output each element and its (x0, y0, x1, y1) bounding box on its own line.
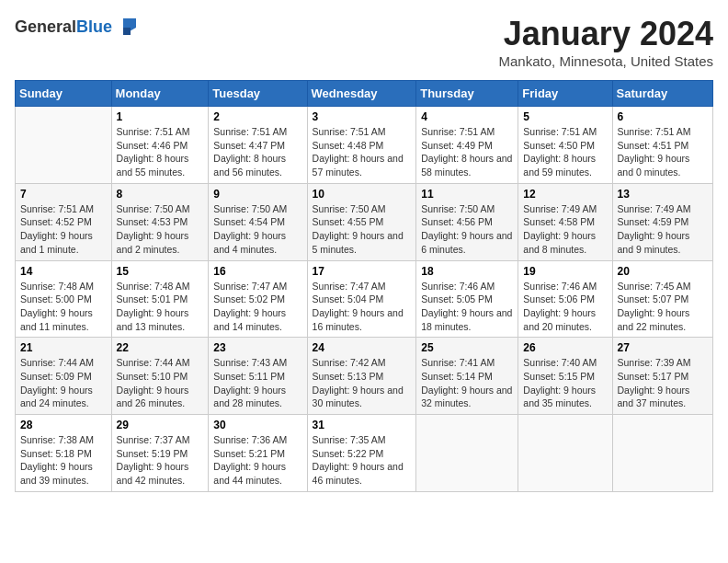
calendar-day-cell: 18Sunrise: 7:46 AMSunset: 5:05 PMDayligh… (416, 260, 518, 338)
calendar-day-cell: 5Sunrise: 7:51 AMSunset: 4:50 PMDaylight… (518, 107, 612, 184)
calendar-day-cell: 17Sunrise: 7:47 AMSunset: 5:04 PMDayligh… (307, 260, 416, 338)
day-info: Sunrise: 7:40 AMSunset: 5:15 PMDaylight:… (523, 356, 607, 410)
day-info: Sunrise: 7:48 AMSunset: 5:01 PMDaylight:… (117, 280, 204, 334)
calendar-header: SundayMondayTuesdayWednesdayThursdayFrid… (16, 81, 713, 107)
calendar-day-cell (518, 415, 612, 492)
calendar-day-cell: 21Sunrise: 7:44 AMSunset: 5:09 PMDayligh… (16, 338, 112, 415)
day-info: Sunrise: 7:46 AMSunset: 5:06 PMDaylight:… (523, 280, 607, 334)
day-number: 19 (523, 265, 607, 278)
day-info: Sunrise: 7:51 AMSunset: 4:47 PMDaylight:… (213, 125, 301, 179)
calendar-day-cell: 9Sunrise: 7:50 AMSunset: 4:54 PMDaylight… (209, 183, 307, 260)
day-info: Sunrise: 7:51 AMSunset: 4:46 PMDaylight:… (117, 125, 204, 179)
calendar-day-cell: 4Sunrise: 7:51 AMSunset: 4:49 PMDaylight… (416, 107, 518, 184)
calendar-day-cell: 11Sunrise: 7:50 AMSunset: 4:56 PMDayligh… (416, 183, 518, 260)
weekday-header: Wednesday (307, 81, 416, 107)
day-info: Sunrise: 7:42 AMSunset: 5:13 PMDaylight:… (313, 356, 412, 410)
calendar-day-cell: 15Sunrise: 7:48 AMSunset: 5:01 PMDayligh… (111, 260, 209, 338)
day-number: 21 (20, 341, 107, 354)
weekday-row: SundayMondayTuesdayWednesdayThursdayFrid… (16, 81, 713, 107)
weekday-header: Saturday (612, 81, 712, 107)
day-info: Sunrise: 7:50 AMSunset: 4:55 PMDaylight:… (313, 202, 412, 257)
day-number: 31 (313, 419, 412, 431)
day-info: Sunrise: 7:35 AMSunset: 5:22 PMDaylight:… (313, 433, 412, 488)
day-info: Sunrise: 7:51 AMSunset: 4:48 PMDaylight:… (313, 125, 412, 179)
day-info: Sunrise: 7:37 AMSunset: 5:19 PMDaylight:… (117, 433, 204, 488)
logo-blue: Blue (76, 17, 112, 36)
day-info: Sunrise: 7:47 AMSunset: 5:04 PMDaylight:… (313, 280, 412, 334)
calendar-week-row: 14Sunrise: 7:48 AMSunset: 5:00 PMDayligh… (16, 260, 713, 338)
day-number: 6 (618, 110, 708, 123)
day-number: 8 (117, 188, 204, 201)
day-number: 28 (20, 419, 107, 431)
day-number: 16 (213, 265, 301, 278)
day-number: 13 (618, 188, 708, 201)
day-number: 27 (618, 341, 708, 354)
day-number: 22 (117, 341, 204, 354)
day-info: Sunrise: 7:39 AMSunset: 5:17 PMDaylight:… (618, 356, 708, 410)
day-number: 14 (20, 265, 107, 278)
day-info: Sunrise: 7:51 AMSunset: 4:50 PMDaylight:… (523, 125, 607, 179)
weekday-header: Friday (518, 81, 612, 107)
day-info: Sunrise: 7:41 AMSunset: 5:14 PMDaylight:… (421, 356, 513, 410)
day-number: 20 (618, 265, 708, 278)
calendar-table: SundayMondayTuesdayWednesdayThursdayFrid… (15, 80, 713, 492)
day-number: 7 (20, 188, 107, 201)
day-info: Sunrise: 7:43 AMSunset: 5:11 PMDaylight:… (213, 356, 301, 410)
day-number: 10 (313, 188, 412, 201)
calendar-body: 1Sunrise: 7:51 AMSunset: 4:46 PMDaylight… (16, 107, 713, 492)
calendar-week-row: 1Sunrise: 7:51 AMSunset: 4:46 PMDaylight… (16, 107, 713, 184)
calendar-day-cell (16, 107, 112, 184)
day-info: Sunrise: 7:50 AMSunset: 4:53 PMDaylight:… (117, 202, 204, 257)
calendar-day-cell: 1Sunrise: 7:51 AMSunset: 4:46 PMDaylight… (111, 107, 209, 184)
calendar-day-cell: 16Sunrise: 7:47 AMSunset: 5:02 PMDayligh… (209, 260, 307, 338)
weekday-header: Thursday (416, 81, 518, 107)
day-number: 2 (213, 110, 301, 123)
logo: GeneralBlue (15, 15, 140, 40)
day-number: 24 (313, 341, 412, 354)
calendar-day-cell (612, 415, 712, 492)
calendar-day-cell: 6Sunrise: 7:51 AMSunset: 4:51 PMDaylight… (612, 107, 712, 184)
day-number: 29 (117, 419, 204, 431)
day-number: 3 (313, 110, 412, 123)
day-info: Sunrise: 7:45 AMSunset: 5:07 PMDaylight:… (618, 280, 708, 334)
weekday-header: Sunday (16, 81, 112, 107)
day-number: 11 (421, 188, 513, 201)
day-number: 15 (117, 265, 204, 278)
calendar-day-cell: 13Sunrise: 7:49 AMSunset: 4:59 PMDayligh… (612, 183, 712, 260)
day-info: Sunrise: 7:44 AMSunset: 5:10 PMDaylight:… (117, 356, 204, 410)
calendar-day-cell: 28Sunrise: 7:38 AMSunset: 5:18 PMDayligh… (16, 415, 112, 492)
svg-marker-1 (123, 28, 131, 35)
calendar-day-cell: 26Sunrise: 7:40 AMSunset: 5:15 PMDayligh… (518, 338, 612, 415)
day-info: Sunrise: 7:49 AMSunset: 4:59 PMDaylight:… (618, 202, 708, 257)
calendar-day-cell: 30Sunrise: 7:36 AMSunset: 5:21 PMDayligh… (209, 415, 307, 492)
day-info: Sunrise: 7:50 AMSunset: 4:54 PMDaylight:… (213, 202, 301, 257)
day-number: 25 (421, 341, 513, 354)
day-info: Sunrise: 7:51 AMSunset: 4:52 PMDaylight:… (20, 202, 107, 257)
day-number: 17 (313, 265, 412, 278)
calendar-day-cell: 29Sunrise: 7:37 AMSunset: 5:19 PMDayligh… (111, 415, 209, 492)
day-number: 9 (213, 188, 301, 201)
day-number: 12 (523, 188, 607, 201)
calendar-day-cell (416, 415, 518, 492)
calendar-day-cell: 23Sunrise: 7:43 AMSunset: 5:11 PMDayligh… (209, 338, 307, 415)
logo-icon (114, 15, 140, 40)
day-info: Sunrise: 7:49 AMSunset: 4:58 PMDaylight:… (523, 202, 607, 257)
day-info: Sunrise: 7:36 AMSunset: 5:21 PMDaylight:… (213, 433, 301, 488)
calendar-day-cell: 27Sunrise: 7:39 AMSunset: 5:17 PMDayligh… (612, 338, 712, 415)
calendar-week-row: 28Sunrise: 7:38 AMSunset: 5:18 PMDayligh… (16, 415, 713, 492)
calendar-week-row: 21Sunrise: 7:44 AMSunset: 5:09 PMDayligh… (16, 338, 713, 415)
day-number: 18 (421, 265, 513, 278)
calendar-day-cell: 19Sunrise: 7:46 AMSunset: 5:06 PMDayligh… (518, 260, 612, 338)
day-number: 1 (117, 110, 204, 123)
day-info: Sunrise: 7:51 AMSunset: 4:51 PMDaylight:… (618, 125, 708, 179)
calendar-week-row: 7Sunrise: 7:51 AMSunset: 4:52 PMDaylight… (16, 183, 713, 260)
day-number: 23 (213, 341, 301, 354)
calendar-title: January 2024 (499, 15, 713, 53)
calendar-day-cell: 20Sunrise: 7:45 AMSunset: 5:07 PMDayligh… (612, 260, 712, 338)
weekday-header: Monday (111, 81, 209, 107)
calendar-day-cell: 24Sunrise: 7:42 AMSunset: 5:13 PMDayligh… (307, 338, 416, 415)
calendar-day-cell: 7Sunrise: 7:51 AMSunset: 4:52 PMDaylight… (16, 183, 112, 260)
day-number: 4 (421, 110, 513, 123)
weekday-header: Tuesday (209, 81, 307, 107)
day-number: 5 (523, 110, 607, 123)
